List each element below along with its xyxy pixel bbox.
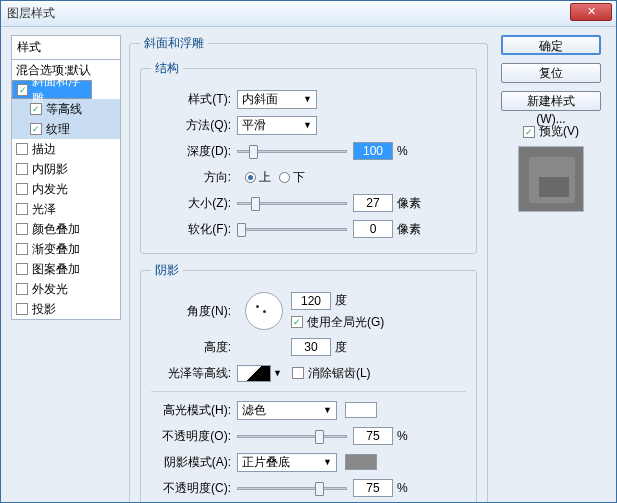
style-item-checkbox[interactable]	[16, 203, 28, 215]
style-item[interactable]: 斜面和浮雕	[12, 80, 92, 99]
close-button[interactable]: ✕	[570, 3, 612, 21]
style-item-label: 纹理	[46, 121, 70, 138]
shadow-color[interactable]	[345, 454, 377, 470]
bevel-fieldset: 斜面和浮雕 结构 样式(T): 内斜面▼ 方法(Q): 平滑▼ 深度(D): 1…	[129, 35, 488, 503]
style-item-label: 光泽	[32, 201, 56, 218]
altitude-input[interactable]: 30	[291, 338, 331, 356]
style-item-checkbox[interactable]	[16, 163, 28, 175]
method-select[interactable]: 平滑▼	[237, 116, 317, 135]
angle-label: 角度(N):	[151, 303, 237, 320]
chevron-down-icon: ▼	[323, 457, 332, 467]
style-item-checkbox[interactable]	[16, 223, 28, 235]
global-light-label: 使用全局光(G)	[307, 314, 384, 331]
hilite-color[interactable]	[345, 402, 377, 418]
hilite-opacity-slider[interactable]	[237, 429, 347, 443]
style-item-checkbox[interactable]	[16, 303, 28, 315]
hilite-opacity-label: 不透明度(O):	[151, 428, 237, 445]
antialias-label: 消除锯齿(L)	[308, 365, 371, 382]
style-item[interactable]: 描边	[12, 139, 120, 159]
altitude-label: 高度:	[151, 339, 237, 356]
style-item-label: 投影	[32, 301, 56, 318]
shadow-opacity-label: 不透明度(C):	[151, 480, 237, 497]
style-item-checkbox[interactable]	[30, 123, 42, 135]
style-item-checkbox[interactable]	[17, 84, 28, 96]
preview-checkbox[interactable]	[523, 126, 535, 138]
style-item[interactable]: 光泽	[12, 199, 120, 219]
contour-label: 光泽等高线:	[151, 365, 237, 382]
style-item-label: 颜色叠加	[32, 221, 80, 238]
structure-fieldset: 结构 样式(T): 内斜面▼ 方法(Q): 平滑▼ 深度(D): 100 % 方…	[140, 60, 477, 254]
style-item-label: 内阴影	[32, 161, 68, 178]
chevron-down-icon: ▼	[303, 94, 312, 104]
style-item-checkbox[interactable]	[16, 243, 28, 255]
px-unit: 像素	[397, 195, 421, 212]
style-item-label: 图案叠加	[32, 261, 80, 278]
deg-unit: 度	[335, 339, 347, 356]
reset-button[interactable]: 复位	[501, 63, 601, 83]
style-item-checkbox[interactable]	[16, 143, 28, 155]
percent-unit: %	[397, 481, 408, 495]
contour-picker[interactable]	[237, 365, 271, 382]
ok-button[interactable]: 确定	[501, 35, 601, 55]
shading-legend: 阴影	[151, 262, 183, 279]
depth-input[interactable]: 100	[353, 142, 393, 160]
style-item-checkbox[interactable]	[16, 263, 28, 275]
structure-legend: 结构	[151, 60, 183, 77]
styles-header: 样式	[11, 35, 121, 60]
style-item[interactable]: 投影	[12, 299, 120, 319]
style-item-label: 描边	[32, 141, 56, 158]
new-style-button[interactable]: 新建样式(W)...	[501, 91, 601, 111]
style-item-checkbox[interactable]	[30, 103, 42, 115]
antialias-checkbox[interactable]	[292, 367, 304, 379]
deg-unit: 度	[335, 292, 347, 309]
size-label: 大小(Z):	[151, 195, 237, 212]
depth-slider[interactable]	[237, 144, 347, 158]
px-unit: 像素	[397, 221, 421, 238]
styles-list: 混合选项:默认 斜面和浮雕等高线纹理描边内阴影内发光光泽颜色叠加渐变叠加图案叠加…	[11, 60, 121, 320]
style-item-checkbox[interactable]	[16, 183, 28, 195]
style-item[interactable]: 颜色叠加	[12, 219, 120, 239]
style-item-label: 内发光	[32, 181, 68, 198]
shading-fieldset: 阴影 角度(N): 120 度 使用全局光(G)	[140, 262, 477, 503]
hilite-mode-select[interactable]: 滤色▼	[237, 401, 337, 420]
size-slider[interactable]	[237, 196, 347, 210]
direction-down-radio[interactable]	[279, 172, 290, 183]
method-label: 方法(Q):	[151, 117, 237, 134]
shadow-mode-select[interactable]: 正片叠底▼	[237, 453, 337, 472]
direction-label: 方向:	[151, 169, 237, 186]
global-light-checkbox[interactable]	[291, 316, 303, 328]
shadow-opacity-input[interactable]: 75	[353, 479, 393, 497]
title-bar: 图层样式 ✕	[1, 1, 616, 27]
preview-thumbnail	[518, 146, 584, 212]
style-label: 样式(T):	[151, 91, 237, 108]
soften-input[interactable]: 0	[353, 220, 393, 238]
angle-control[interactable]	[245, 292, 283, 330]
size-input[interactable]: 27	[353, 194, 393, 212]
style-item[interactable]: 外发光	[12, 279, 120, 299]
style-select[interactable]: 内斜面▼	[237, 90, 317, 109]
angle-input[interactable]: 120	[291, 292, 331, 310]
soften-slider[interactable]	[237, 222, 347, 236]
preview-label: 预览(V)	[539, 123, 579, 140]
style-item[interactable]: 渐变叠加	[12, 239, 120, 259]
window-title: 图层样式	[7, 5, 55, 22]
chevron-down-icon: ▼	[323, 405, 332, 415]
right-panel: 确定 复位 新建样式(W)... 预览(V)	[496, 35, 606, 494]
percent-unit: %	[397, 144, 408, 158]
style-item[interactable]: 纹理	[12, 119, 120, 139]
bevel-legend: 斜面和浮雕	[140, 35, 208, 52]
styles-panel: 样式 混合选项:默认 斜面和浮雕等高线纹理描边内阴影内发光光泽颜色叠加渐变叠加图…	[11, 35, 121, 494]
dialog-body: 样式 混合选项:默认 斜面和浮雕等高线纹理描边内阴影内发光光泽颜色叠加渐变叠加图…	[1, 27, 616, 502]
style-item[interactable]: 内发光	[12, 179, 120, 199]
style-item-label: 外发光	[32, 281, 68, 298]
style-item[interactable]: 图案叠加	[12, 259, 120, 279]
shadow-opacity-slider[interactable]	[237, 481, 347, 495]
style-item[interactable]: 等高线	[12, 99, 120, 119]
percent-unit: %	[397, 429, 408, 443]
hilite-opacity-input[interactable]: 75	[353, 427, 393, 445]
chevron-down-icon[interactable]: ▼	[273, 368, 282, 378]
style-item-checkbox[interactable]	[16, 283, 28, 295]
chevron-down-icon: ▼	[303, 120, 312, 130]
style-item[interactable]: 内阴影	[12, 159, 120, 179]
direction-up-radio[interactable]	[245, 172, 256, 183]
